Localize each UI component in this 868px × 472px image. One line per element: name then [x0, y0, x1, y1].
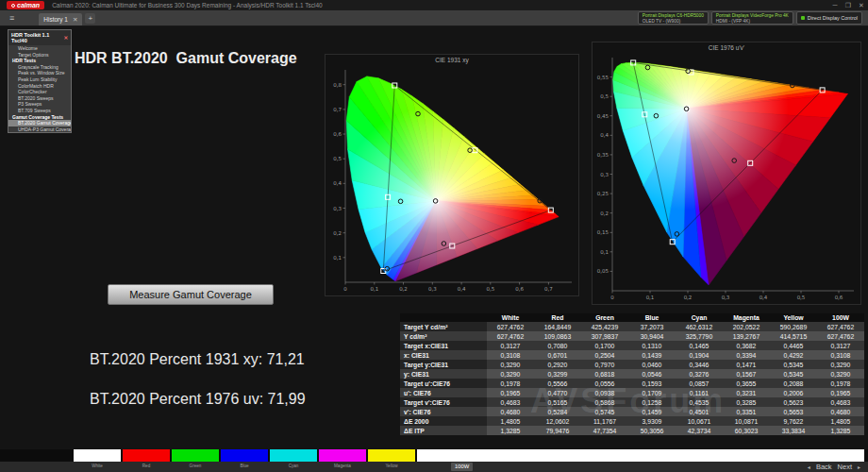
- table-row: Target v':CIE760,46830,51650,58680,12580…: [400, 397, 864, 407]
- table-column-header: Cyan: [676, 313, 723, 322]
- app-window: calman Calman 2020: Calman Ultimate for …: [0, 0, 868, 472]
- sidebar-item-grayscale-tracking[interactable]: Grayscale Tracking: [8, 64, 71, 71]
- table-cell: 0,4501: [676, 407, 723, 416]
- tab-history-1[interactable]: History 1 ✕: [39, 13, 82, 25]
- chevron-right-icon: ▸: [858, 464, 860, 470]
- table-cell: 1,4805: [487, 416, 534, 426]
- minimize-button[interactable]: ─: [828, 2, 842, 9]
- sidebar-item-peak-lum-stability[interactable]: Peak Lum Stability: [8, 76, 71, 83]
- table-row-label: ΔE 2000: [400, 416, 487, 426]
- menu-icon[interactable]: ≡: [9, 13, 14, 23]
- table-cell: 0,1310: [628, 341, 676, 350]
- table-cell: 0,1709: [628, 388, 676, 397]
- svg-text:0,3: 0,3: [428, 286, 437, 292]
- table-cell: 0,0938: [581, 388, 628, 397]
- table-cell: 0,1904: [676, 350, 723, 360]
- table-cell: 0,3394: [723, 350, 770, 360]
- table-cell: 0,3231: [723, 388, 770, 397]
- table-row-label: v': CIE76: [400, 407, 487, 416]
- sidebar-title: HDR Toolkit 1.1 Tscl40: [11, 32, 63, 43]
- window-title: Calman 2020: Calman Ultimate for Busines…: [52, 2, 323, 8]
- table-cell: 1,3285: [487, 426, 534, 435]
- back-button[interactable]: Back: [816, 463, 832, 471]
- pattern-swatch-red: [123, 449, 170, 462]
- table-cell: 0,3127: [487, 341, 534, 350]
- table-row: x: CIE310,31080,67010,25040,14390,19040,…: [400, 350, 864, 360]
- svg-text:0,6: 0,6: [333, 131, 342, 137]
- sidebar-item-bt-2020-gamut-coverage[interactable]: BT.2020 Gamut Coverage: [8, 120, 71, 126]
- table-cell: 0,3290: [817, 360, 864, 369]
- sidebar-close-icon[interactable]: ✕: [63, 35, 68, 41]
- table-cell: 0,1567: [723, 369, 770, 379]
- next-button[interactable]: Next: [838, 463, 852, 471]
- table-cell: 42,3734: [676, 426, 723, 435]
- sidebar-item-gamut-coverage-tests[interactable]: Gamut Coverage Tests: [8, 114, 71, 121]
- table-cell: 0,3108: [487, 350, 534, 360]
- svg-text:0,1: 0,1: [333, 255, 342, 261]
- table-cell: 33,3834: [770, 426, 817, 435]
- sidebar-item-peak-vs-window-size[interactable]: Peak vs. Window Size: [8, 70, 71, 76]
- meter-device-button[interactable]: Portrait Displays C6-HDR5000 OLED TV - (…: [638, 11, 709, 25]
- svg-text:0,7: 0,7: [333, 107, 342, 112]
- sidebar-item-bt-709-sweeps[interactable]: BT.709 Sweeps: [8, 108, 71, 114]
- close-button[interactable]: ✕: [855, 2, 868, 9]
- table-cell: 0,5868: [581, 397, 628, 407]
- table-row: u': CIE760,19650,47700,09380,17090,11610…: [400, 388, 864, 397]
- pattern-swatch-magenta: [319, 449, 366, 462]
- tab-label: History 1: [43, 13, 68, 25]
- sidebar-item-p3-sweeps[interactable]: P3 Sweeps: [8, 101, 71, 108]
- swatch-label: Cyan: [270, 464, 317, 468]
- table-cell: 627,4762: [487, 331, 534, 341]
- table-cell: 0,7970: [581, 360, 628, 369]
- table-cell: 0,2504: [581, 350, 628, 360]
- table-cell: 0,3108: [817, 350, 864, 360]
- table-cell: 1,4805: [817, 416, 864, 426]
- table-cell: 0,6818: [581, 369, 628, 379]
- maximize-button[interactable]: ❐: [842, 2, 855, 9]
- table-cell: 627,4762: [487, 322, 534, 331]
- table-cell: 0,4770: [534, 388, 581, 397]
- measure-gamut-coverage-button[interactable]: Measure Gamut Coverage: [108, 284, 274, 305]
- table-row-label: Target x:CIE31: [400, 341, 487, 350]
- svg-text:0,2: 0,2: [684, 295, 693, 300]
- sidebar-item-target-options[interactable]: Target Options: [8, 52, 71, 59]
- sidebar-item-welcome[interactable]: Welcome: [8, 45, 71, 52]
- table-cell: 627,4762: [817, 322, 864, 331]
- svg-text:0,1: 0,1: [600, 249, 609, 255]
- table-row: Y cd/m²627,4762109,0863307,983730,940432…: [400, 331, 864, 341]
- table-header-row: WhiteRedGreenBlueCyanMagentaYellow100W: [400, 313, 864, 322]
- sidebar-item-colorchecker[interactable]: ColorChecker: [8, 89, 71, 95]
- sidebar-item-uhda-p3-gamut-coverage[interactable]: UHDA-P3 Gamut Coverage: [8, 126, 71, 133]
- table-row-label: x: CIE31: [400, 350, 487, 360]
- cie-1976-chart: 00,10,20,30,40,50,60,050,10,150,20,250,3…: [593, 53, 860, 304]
- swatch-label: Magenta: [319, 464, 366, 468]
- sidebar-item-colormatch-hdr[interactable]: ColorMatch HDR: [8, 83, 71, 90]
- svg-text:0,3: 0,3: [722, 295, 730, 300]
- table-cell: 0,3290: [487, 360, 534, 369]
- table-row-label: ΔE ITP: [400, 426, 487, 435]
- sidebar-item-bt-2020-sweeps[interactable]: BT.2020 Sweeps: [8, 95, 71, 102]
- table-cell: 0,1471: [723, 360, 770, 369]
- table-cell: 10,0871: [723, 416, 770, 426]
- new-tab-button[interactable]: +: [85, 13, 95, 24]
- direct-display-control-button[interactable]: Direct Display Control: [796, 11, 862, 25]
- table-cell: 0,4535: [676, 397, 723, 407]
- calman-logo[interactable]: calman: [7, 1, 44, 9]
- sidebar-item-hdr-tests[interactable]: HDR Tests: [8, 58, 71, 64]
- sidebar-item-list: WelcomeTarget OptionsHDR TestsGrayscale …: [8, 45, 71, 132]
- meter-device-line2: OLED TV - (W900): [643, 19, 704, 25]
- tab-bar: ≡ History 1 ✕ + Portrait Displays C6-HDR…: [0, 10, 868, 26]
- table-row-label: Target v':CIE76: [400, 397, 487, 407]
- table-cell: 0,4680: [817, 407, 864, 416]
- table-cell: 202,0522: [723, 322, 770, 331]
- pattern-swatch-green: [172, 449, 219, 462]
- table-cell: 0,1258: [628, 397, 676, 407]
- cie-1931-chart: 00,10,20,30,40,50,60,70,10,20,30,40,50,6…: [326, 65, 578, 295]
- swatch-label: Green: [172, 464, 219, 468]
- svg-text:0,5: 0,5: [333, 156, 342, 161]
- table-cell: 0,3682: [723, 341, 770, 350]
- swatch-label: Blue: [221, 464, 268, 468]
- tab-close-icon[interactable]: ✕: [73, 13, 77, 25]
- table-cell: 0,4683: [817, 397, 864, 407]
- generator-device-button[interactable]: Portrait Displays VideoForge Pro 4K HDMI…: [711, 11, 793, 25]
